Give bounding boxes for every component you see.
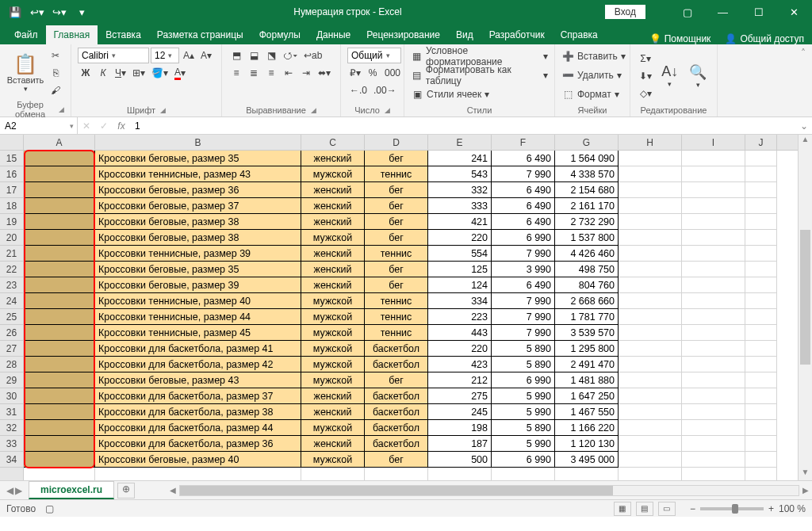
cell[interactable]: Кроссовки теннисные, размер 44: [95, 309, 301, 325]
cell[interactable]: баскетбол: [365, 341, 428, 357]
cell[interactable]: 6 990: [492, 372, 555, 388]
cell[interactable]: 5 990: [492, 388, 555, 404]
cell[interactable]: [745, 404, 777, 420]
cell[interactable]: [682, 404, 745, 420]
column-header[interactable]: J: [745, 135, 777, 150]
cell[interactable]: 443: [428, 325, 492, 341]
autosum-icon[interactable]: Σ▾: [637, 51, 654, 67]
cell[interactable]: 6 490: [492, 198, 555, 214]
cell[interactable]: 5 890: [492, 420, 555, 436]
cell[interactable]: женский: [301, 262, 365, 277]
cell[interactable]: 1 120 130: [555, 436, 619, 452]
share-button[interactable]: 👤 Общий доступ: [725, 33, 804, 44]
cell[interactable]: бег: [365, 262, 428, 277]
cell[interactable]: 332: [428, 182, 492, 198]
cell[interactable]: [492, 468, 555, 480]
cell[interactable]: [428, 468, 492, 480]
expand-formula-icon[interactable]: ⌄: [796, 120, 812, 132]
cell[interactable]: Кроссовки беговые, размер 37: [95, 198, 301, 214]
column-header[interactable]: D: [365, 135, 428, 150]
zoom-out-icon[interactable]: −: [690, 503, 695, 514]
minimize-icon[interactable]: —: [705, 0, 741, 24]
row-header[interactable]: 23: [0, 277, 24, 293]
cell[interactable]: 7 990: [492, 325, 555, 341]
percent-icon[interactable]: %: [365, 65, 381, 81]
dialog-launcher-icon[interactable]: ◢: [160, 106, 166, 114]
tab-разметка страницы[interactable]: Разметка страницы: [149, 25, 251, 44]
cell[interactable]: [745, 325, 777, 341]
decrease-indent-icon[interactable]: ⇤: [281, 65, 297, 81]
cell[interactable]: [682, 388, 745, 404]
cell[interactable]: баскетбол: [365, 420, 428, 436]
fill-color-button[interactable]: 🪣▾: [149, 65, 170, 81]
cell[interactable]: 3 539 570: [555, 325, 619, 341]
cell[interactable]: 6 490: [492, 151, 555, 166]
cell[interactable]: бег: [365, 277, 428, 293]
cell[interactable]: Кроссовки для баскетбола, размер 41: [95, 341, 301, 357]
sort-filter-button[interactable]: A↓▾: [657, 63, 683, 88]
cell[interactable]: [619, 420, 682, 436]
column-header[interactable]: B: [95, 135, 301, 150]
cell[interactable]: Кроссовки для баскетбола, размер 38: [95, 404, 301, 420]
cell[interactable]: теннис: [365, 246, 428, 262]
row-header[interactable]: 15: [0, 151, 24, 166]
cell[interactable]: мужской: [301, 357, 365, 372]
cell[interactable]: женский: [301, 246, 365, 262]
zoom-in-icon[interactable]: +: [768, 503, 774, 514]
cell[interactable]: мужской: [301, 293, 365, 309]
cell[interactable]: баскетбол: [365, 357, 428, 372]
name-box[interactable]: A2▾: [0, 117, 78, 134]
cell[interactable]: Кроссовки беговые, размер 35: [95, 151, 301, 166]
row-header[interactable]: 31: [0, 404, 24, 420]
cell[interactable]: 124: [428, 277, 492, 293]
cell[interactable]: мужской: [301, 166, 365, 182]
cell[interactable]: Кроссовки беговые, размер 38: [95, 214, 301, 230]
cell[interactable]: [745, 262, 777, 277]
cell[interactable]: [745, 452, 777, 468]
tab-разработчик[interactable]: Разработчик: [481, 25, 553, 44]
cell[interactable]: теннис: [365, 293, 428, 309]
cell[interactable]: Кроссовки беговые, размер 38: [95, 230, 301, 246]
align-right-icon[interactable]: ≡: [263, 65, 279, 81]
cell[interactable]: Кроссовки для баскетбола, размер 36: [95, 436, 301, 452]
cell[interactable]: 1 467 550: [555, 404, 619, 420]
fx-icon[interactable]: fx: [113, 120, 130, 132]
cell[interactable]: 187: [428, 436, 492, 452]
cell[interactable]: 1 481 880: [555, 372, 619, 388]
cut-icon[interactable]: ✂: [48, 48, 63, 63]
cell[interactable]: [24, 404, 95, 420]
cell[interactable]: 220: [428, 341, 492, 357]
dialog-launcher-icon[interactable]: ◢: [385, 106, 390, 114]
formula-input[interactable]: 1: [130, 120, 796, 132]
row-header[interactable]: 19: [0, 214, 24, 230]
cell[interactable]: женский: [301, 404, 365, 420]
cell[interactable]: Кроссовки беговые, размер 36: [95, 182, 301, 198]
conditional-format-button[interactable]: ▦Условное форматирование▾: [411, 48, 548, 65]
cell[interactable]: [682, 372, 745, 388]
cell[interactable]: [24, 341, 95, 357]
cell[interactable]: 543: [428, 166, 492, 182]
row-header[interactable]: 18: [0, 198, 24, 214]
page-layout-view-icon[interactable]: ▤: [636, 502, 653, 516]
bold-button[interactable]: Ж: [78, 65, 94, 81]
cell[interactable]: [619, 151, 682, 166]
row-headers[interactable]: 1516171819202122232425262728293031323334: [0, 151, 24, 480]
cell[interactable]: [619, 246, 682, 262]
cell[interactable]: [24, 293, 95, 309]
tab-рецензирование[interactable]: Рецензирование: [358, 25, 448, 44]
dialog-launcher-icon[interactable]: ◢: [311, 106, 316, 114]
cell[interactable]: 7 990: [492, 293, 555, 309]
font-size-combo[interactable]: 12: [151, 48, 179, 63]
cell[interactable]: [682, 341, 745, 357]
align-center-icon[interactable]: ≣: [246, 65, 262, 81]
cell[interactable]: [619, 372, 682, 388]
cell[interactable]: [745, 198, 777, 214]
horizontal-scrollbar[interactable]: ◀ ▶: [167, 485, 812, 496]
cell[interactable]: 212: [428, 372, 492, 388]
number-format-combo[interactable]: Общий: [347, 48, 401, 63]
dialog-launcher-icon[interactable]: ◢: [59, 105, 64, 113]
cell[interactable]: [745, 182, 777, 198]
cell[interactable]: Кроссовки для баскетбола, размер 42: [95, 357, 301, 372]
cell[interactable]: [619, 277, 682, 293]
cell[interactable]: [682, 293, 745, 309]
